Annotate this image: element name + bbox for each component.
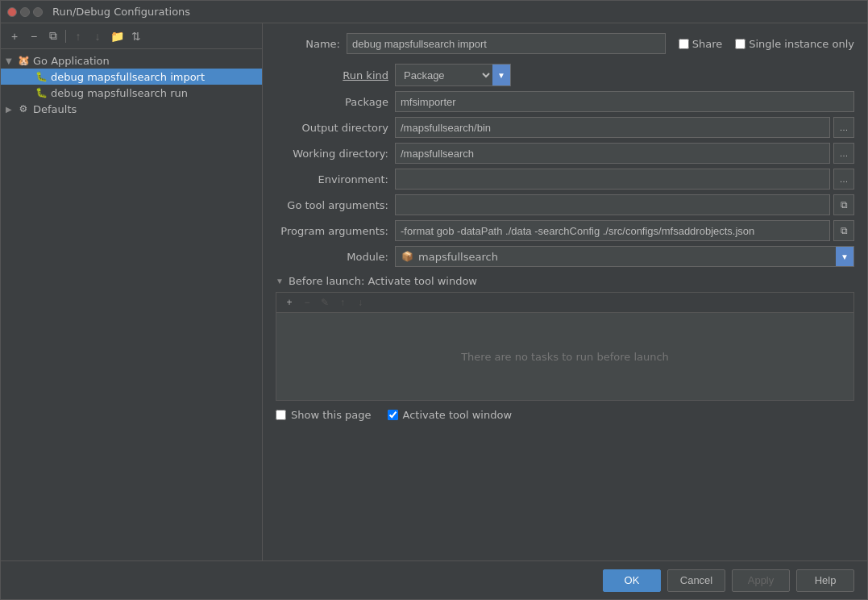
- module-icon: 📦: [399, 251, 415, 262]
- package-label: Package: [276, 96, 388, 108]
- defaults-icon: ⚙: [17, 102, 30, 115]
- debug-import-icon: 🐛: [35, 70, 48, 83]
- before-launch-collapse-btn[interactable]: ▼: [276, 277, 284, 285]
- minimize-button[interactable]: [20, 7, 30, 17]
- single-instance-label: Single instance only: [749, 38, 854, 50]
- config-tree[interactable]: ▼ 🐹 Go Application 🐛 debug mapsfullsearc…: [1, 49, 262, 560]
- before-launch-header-label: Before launch: Activate tool window: [289, 275, 477, 287]
- title-bar: Run/Debug Configurations: [1, 1, 867, 23]
- move-up-button[interactable]: ↑: [69, 27, 87, 45]
- name-input[interactable]: [347, 33, 666, 54]
- module-select-wrapper: 📦 mapsfullsearch ▼: [395, 246, 854, 267]
- working-dir-browse-btn[interactable]: …: [833, 143, 854, 164]
- bl-remove-btn[interactable]: −: [299, 294, 315, 310]
- move-to-folder-button[interactable]: 📁: [108, 27, 126, 45]
- name-row: Name:: [276, 33, 666, 54]
- sort-button[interactable]: ⇅: [127, 27, 145, 45]
- output-dir-input[interactable]: [395, 117, 830, 138]
- debug-run-label: debug mapsfullsearch run: [51, 87, 188, 99]
- show-page-checkbox-label[interactable]: Show this page: [276, 409, 372, 421]
- window-controls: [7, 7, 43, 17]
- single-instance-checkbox[interactable]: [735, 39, 745, 49]
- module-label: Module:: [276, 251, 388, 263]
- show-page-label: Show this page: [291, 409, 372, 421]
- left-panel: + − ⧉ ↑ ↓ 📁 ⇅ ▼ 🐹 Go Application 🐛: [1, 23, 263, 560]
- run-kind-select-wrapper: Package ▼: [395, 64, 511, 86]
- share-checkbox-label[interactable]: Share: [679, 38, 723, 50]
- form-fields: Run kind Package ▼ Package: [276, 64, 854, 267]
- tree-defaults-group[interactable]: ▶ ⚙ Defaults: [1, 101, 262, 117]
- activate-tool-checkbox-label[interactable]: Activate tool window: [388, 409, 512, 421]
- working-dir-row: …: [395, 143, 854, 164]
- program-args-icon-btn[interactable]: ⧉: [833, 220, 854, 241]
- module-dropdown-btn[interactable]: ▼: [836, 247, 853, 266]
- move-down-button[interactable]: ↓: [89, 27, 106, 45]
- run-kind-select[interactable]: Package: [396, 65, 492, 85]
- working-dir-input[interactable]: [395, 143, 830, 164]
- copy-config-button[interactable]: ⧉: [44, 27, 62, 45]
- single-instance-checkbox-label[interactable]: Single instance only: [735, 38, 854, 50]
- before-launch-content: There are no tasks to run before launch: [276, 312, 854, 401]
- defaults-arrow: ▶: [6, 105, 17, 114]
- show-page-checkbox[interactable]: [276, 410, 286, 420]
- before-launch-section: ▼ Before launch: Activate tool window + …: [276, 275, 854, 421]
- working-dir-label: Working directory:: [276, 148, 388, 160]
- run-kind-underline-label: Run kind: [343, 69, 388, 81]
- go-app-label: Go Application: [33, 55, 110, 67]
- output-dir-row: …: [395, 117, 854, 138]
- activate-tool-checkbox[interactable]: [388, 410, 398, 420]
- left-toolbar: + − ⧉ ↑ ↓ 📁 ⇅: [1, 23, 262, 49]
- name-label: Name:: [276, 38, 340, 50]
- program-args-input[interactable]: [395, 220, 830, 241]
- add-config-button[interactable]: +: [6, 27, 23, 45]
- environment-label: Environment:: [276, 173, 388, 185]
- go-tool-args-input[interactable]: [395, 194, 830, 215]
- cancel-button[interactable]: Cancel: [667, 569, 725, 592]
- ok-button[interactable]: OK: [603, 569, 661, 592]
- module-row: 📦 mapsfullsearch ▼: [395, 246, 854, 267]
- go-tool-args-label: Go tool arguments:: [276, 199, 388, 211]
- environment-browse-btn[interactable]: …: [833, 169, 854, 190]
- collapse-arrow: ▼: [6, 56, 17, 65]
- program-args-row: ⧉: [395, 220, 854, 241]
- remove-config-button[interactable]: −: [25, 27, 43, 45]
- defaults-label: Defaults: [33, 103, 77, 115]
- activate-tool-label: Activate tool window: [403, 409, 512, 421]
- tree-item-debug-import[interactable]: 🐛 debug mapsfullsearch import: [1, 69, 262, 85]
- package-input[interactable]: [395, 91, 854, 112]
- close-button[interactable]: [7, 7, 17, 17]
- output-dir-browse-btn[interactable]: …: [833, 117, 854, 138]
- debug-import-label: debug mapsfullsearch import: [51, 71, 205, 83]
- bl-move-down-btn[interactable]: ↓: [352, 294, 368, 310]
- program-args-label: Program arguments:: [276, 225, 388, 237]
- apply-button[interactable]: Apply: [732, 569, 790, 592]
- share-checkbox[interactable]: [679, 39, 689, 49]
- share-label: Share: [692, 38, 723, 50]
- before-launch-toolbar: + − ✎ ↑ ↓: [276, 292, 854, 312]
- window-title: Run/Debug Configurations: [52, 6, 190, 18]
- bl-move-up-btn[interactable]: ↑: [334, 294, 351, 310]
- bl-edit-btn[interactable]: ✎: [317, 294, 333, 310]
- run-debug-configurations-window: Run/Debug Configurations + − ⧉ ↑ ↓ 📁 ⇅ ▼…: [0, 0, 868, 600]
- output-dir-underline-label: Output directory: [302, 122, 388, 134]
- footer: OK Cancel Apply Help: [1, 560, 867, 599]
- bottom-checkboxes: Show this page Activate tool window: [276, 409, 854, 421]
- no-tasks-text: There are no tasks to run before launch: [461, 351, 669, 363]
- run-kind-label: Run kind: [276, 69, 388, 81]
- run-kind-row: Package ▼: [395, 64, 854, 86]
- tree-item-debug-run[interactable]: 🐛 debug mapsfullsearch run: [1, 85, 262, 101]
- go-tool-args-icon-btn[interactable]: ⧉: [833, 194, 854, 215]
- tree-go-application-group[interactable]: ▼ 🐹 Go Application: [1, 52, 262, 69]
- bl-add-btn[interactable]: +: [281, 294, 297, 310]
- right-panel: Name: Share Single instance only Run kin…: [263, 23, 867, 560]
- top-options: Name: Share Single instance only: [276, 33, 854, 54]
- help-button[interactable]: Help: [796, 569, 854, 592]
- debug-run-icon: 🐛: [35, 86, 48, 99]
- environment-input[interactable]: [395, 169, 830, 190]
- go-tool-args-row: ⧉: [395, 194, 854, 215]
- maximize-button[interactable]: [33, 7, 43, 17]
- before-launch-header: ▼ Before launch: Activate tool window: [276, 275, 854, 287]
- output-dir-label: Output directory: [276, 122, 388, 134]
- run-kind-dropdown-btn[interactable]: ▼: [492, 65, 510, 85]
- package-row: [395, 91, 854, 112]
